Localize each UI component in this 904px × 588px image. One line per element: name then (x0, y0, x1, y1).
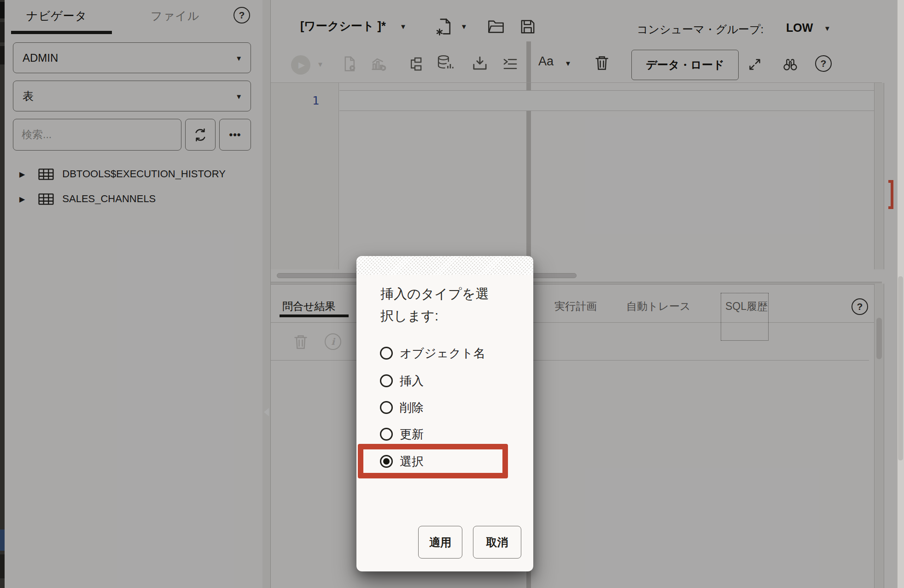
window-scrollbar-thumb[interactable] (898, 276, 903, 460)
radio-icon[interactable] (380, 428, 393, 441)
radio-icon[interactable] (380, 347, 393, 360)
dialog-header-texture (356, 256, 533, 275)
radio-label: オブジェクト名 (400, 345, 485, 361)
radio-option-object-name[interactable]: オブジェクト名 (380, 345, 485, 361)
radio-option-delete[interactable]: 削除 (380, 400, 424, 415)
radio-label: 削除 (400, 400, 424, 416)
radio-label: 選択 (400, 454, 424, 470)
radio-icon[interactable] (380, 374, 393, 387)
dialog-title: 挿入のタイプを選択します: (380, 283, 496, 327)
radio-selected-icon[interactable] (380, 455, 393, 468)
cancel-label: 取消 (486, 535, 508, 550)
radio-icon[interactable] (380, 401, 393, 414)
radio-label: 更新 (400, 426, 424, 442)
cancel-button[interactable]: 取消 (473, 526, 521, 559)
radio-option-insert[interactable]: 挿入 (380, 373, 424, 389)
insert-type-dialog: 挿入のタイプを選択します: オブジェクト名 挿入 削除 更新 選択 適用 取消 (356, 256, 533, 571)
radio-option-update[interactable]: 更新 (380, 426, 424, 442)
apply-label: 適用 (429, 535, 451, 550)
radio-option-select[interactable]: 選択 (380, 454, 424, 469)
apply-button[interactable]: 適用 (418, 526, 462, 559)
radio-label: 挿入 (400, 373, 424, 389)
